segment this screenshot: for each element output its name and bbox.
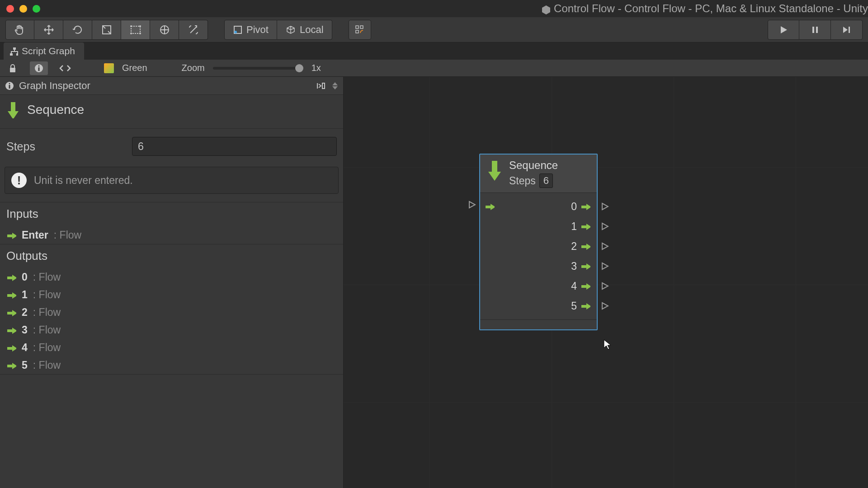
- pivot-label: Pivot: [246, 24, 269, 36]
- flow-output-port[interactable]: [600, 222, 609, 231]
- svg-rect-17: [10, 53, 13, 56]
- output-row: 0 : Flow: [0, 268, 343, 286]
- output-name: 2: [22, 306, 28, 319]
- output-type: : Flow: [33, 289, 61, 301]
- svg-rect-31: [7, 235, 13, 237]
- flow-output-port[interactable]: [600, 242, 609, 251]
- code-view-button[interactable]: [56, 61, 74, 75]
- custom-tool-button[interactable]: [179, 20, 208, 40]
- node-input-row: 0: [480, 197, 597, 216]
- info-toggle-button[interactable]: [30, 61, 48, 75]
- flow-output-port[interactable]: [600, 262, 609, 271]
- node-output-row: 5: [480, 296, 597, 316]
- svg-marker-36: [12, 292, 16, 299]
- svg-point-3: [130, 25, 132, 27]
- rect-tool-button[interactable]: [121, 20, 150, 40]
- svg-marker-57: [586, 244, 590, 250]
- svg-point-5: [130, 33, 132, 34]
- pause-button[interactable]: [799, 20, 831, 40]
- output-name: 5: [22, 359, 28, 371]
- script-graph-icon: [9, 47, 18, 56]
- step-button[interactable]: [831, 20, 863, 40]
- flow-arrow-icon: [485, 202, 495, 211]
- zoom-slider-handle[interactable]: [295, 64, 303, 72]
- warning-icon: !: [11, 173, 27, 188]
- svg-point-24: [9, 83, 10, 84]
- node-header[interactable]: Sequence Steps 6: [480, 155, 597, 192]
- svg-marker-54: [586, 224, 590, 230]
- rotate-tool-button[interactable]: [63, 20, 92, 40]
- transform-tool-button[interactable]: [150, 20, 179, 40]
- outputs-list: 0 : Flow1 : Flow2 : Flow3 : Flow4 : Flow…: [0, 268, 343, 374]
- handle-controls: Pivot Local: [224, 20, 332, 40]
- flow-output-port[interactable]: [600, 282, 609, 291]
- svg-rect-33: [7, 277, 13, 279]
- window-title: Control Flow - Control Flow - PC, Mac & …: [541, 2, 868, 15]
- svg-rect-65: [581, 305, 587, 308]
- steps-input[interactable]: [132, 137, 337, 156]
- svg-marker-51: [586, 204, 590, 210]
- steps-label: Steps: [6, 140, 124, 153]
- warning-text: Unit is never entered.: [34, 174, 133, 187]
- collapse-panel-button[interactable]: [315, 80, 327, 92]
- transform-tools: [5, 20, 208, 40]
- minimize-window-button[interactable]: [19, 5, 27, 13]
- sequence-node[interactable]: Sequence Steps 6 012345: [479, 154, 598, 330]
- input-row: Enter : Flow: [0, 226, 343, 244]
- node-output-index: 2: [571, 240, 577, 253]
- node-title: Sequence: [27, 103, 84, 117]
- output-row: 2 : Flow: [0, 304, 343, 321]
- node-body: 012345: [480, 192, 597, 319]
- node-output-row: 1: [480, 216, 597, 236]
- svg-marker-40: [12, 328, 16, 334]
- svg-rect-62: [581, 285, 587, 288]
- local-toggle-button[interactable]: Local: [277, 20, 332, 40]
- maximize-window-button[interactable]: [33, 5, 40, 13]
- flow-input-port[interactable]: [467, 200, 476, 209]
- vertical-stepper[interactable]: [331, 81, 339, 90]
- scale-tool-button[interactable]: [92, 20, 121, 40]
- close-window-button[interactable]: [6, 5, 14, 13]
- svg-marker-0: [542, 5, 550, 14]
- local-label: Local: [300, 24, 324, 36]
- main-area: Graph Inspector Sequence Steps ! Unit is…: [0, 77, 868, 488]
- tab-script-graph[interactable]: Script Graph: [4, 42, 84, 60]
- hand-tool-button[interactable]: [5, 20, 34, 40]
- svg-marker-34: [12, 275, 16, 281]
- node-steps-value[interactable]: 6: [539, 174, 553, 188]
- zoom-value: 1x: [311, 63, 321, 73]
- input-type: : Flow: [54, 229, 81, 241]
- svg-rect-26: [322, 83, 325, 89]
- node-output-row: 3: [480, 256, 597, 276]
- svg-point-4: [139, 25, 141, 27]
- lock-button[interactable]: [4, 61, 22, 75]
- window-controls: [6, 5, 40, 13]
- svg-rect-16: [13, 47, 16, 50]
- svg-rect-59: [581, 265, 587, 268]
- graph-canvas[interactable]: Sequence Steps 6 012345: [344, 77, 868, 488]
- flow-output-port[interactable]: [600, 301, 609, 310]
- svg-point-8: [164, 29, 165, 31]
- inputs-list: Enter : Flow: [0, 226, 343, 244]
- svg-marker-58: [602, 243, 608, 249]
- local-icon: [285, 25, 296, 35]
- steps-row: Steps: [0, 129, 343, 164]
- svg-marker-44: [12, 363, 16, 369]
- svg-rect-25: [9, 85, 10, 89]
- pivot-toggle-button[interactable]: Pivot: [224, 20, 277, 40]
- move-tool-button[interactable]: [34, 20, 63, 40]
- svg-rect-39: [7, 329, 13, 332]
- title-bar: Control Flow - Control Flow - PC, Mac & …: [0, 0, 868, 17]
- svg-point-21: [38, 65, 40, 66]
- node-output-index: 0: [571, 201, 577, 213]
- play-button[interactable]: [768, 20, 799, 40]
- info-icon: [5, 81, 14, 91]
- inputs-section-label: Inputs: [0, 202, 343, 226]
- flow-output-port[interactable]: [600, 202, 609, 211]
- snap-toggle-button[interactable]: [349, 20, 371, 40]
- svg-rect-43: [7, 365, 13, 367]
- zoom-label: Zoom: [182, 63, 205, 73]
- node-output-index: 1: [571, 221, 577, 233]
- node-output-index: 5: [571, 300, 577, 312]
- zoom-slider[interactable]: [213, 67, 303, 70]
